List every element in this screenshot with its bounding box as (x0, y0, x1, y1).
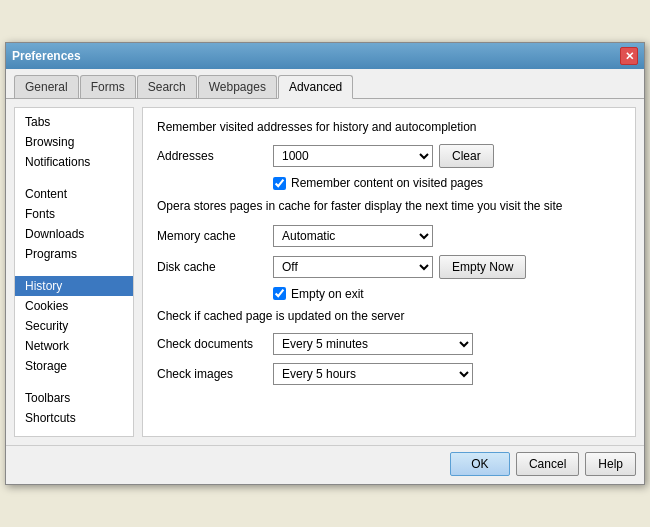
sidebar-divider-1 (15, 176, 133, 184)
sidebar-group-4: Toolbars Shortcuts (15, 388, 133, 428)
titlebar: Preferences ✕ (6, 43, 644, 69)
remember-content-checkbox[interactable] (273, 177, 286, 190)
tab-forms[interactable]: Forms (80, 75, 136, 98)
disk-cache-label: Disk cache (157, 260, 267, 274)
check-section-title: Check if cached page is updated on the s… (157, 309, 621, 323)
addresses-label: Addresses (157, 149, 267, 163)
sidebar-item-programs[interactable]: Programs (15, 244, 133, 264)
check-images-row: Check images Every 5 hours Every visit E… (157, 363, 621, 385)
sidebar-item-tabs[interactable]: Tabs (15, 112, 133, 132)
remember-content-label: Remember content on visited pages (291, 176, 483, 190)
sidebar-item-security[interactable]: Security (15, 316, 133, 336)
sidebar-item-fonts[interactable]: Fonts (15, 204, 133, 224)
sidebar-item-toolbars[interactable]: Toolbars (15, 388, 133, 408)
cancel-button[interactable]: Cancel (516, 452, 579, 476)
memory-cache-controls: Automatic Off Custom (273, 225, 621, 247)
ok-button[interactable]: OK (450, 452, 510, 476)
main-panel: Remember visited addresses for history a… (142, 107, 636, 437)
tab-bar: General Forms Search Webpages Advanced (6, 69, 644, 99)
sidebar-group-3: History Cookies Security Network Storage (15, 276, 133, 376)
check-documents-controls: Every 5 minutes Every visit Every hour N… (273, 333, 621, 355)
empty-on-exit-label: Empty on exit (291, 287, 364, 301)
sidebar-item-network[interactable]: Network (15, 336, 133, 356)
tab-general[interactable]: General (14, 75, 79, 98)
empty-on-exit-checkbox[interactable] (273, 287, 286, 300)
check-images-label: Check images (157, 367, 267, 381)
memory-cache-select[interactable]: Automatic Off Custom (273, 225, 433, 247)
addresses-controls: 1000 100 500 2000 5000 Clear (273, 144, 621, 168)
check-documents-select[interactable]: Every 5 minutes Every visit Every hour N… (273, 333, 473, 355)
sidebar-group-1: Tabs Browsing Notifications (15, 112, 133, 172)
clear-button[interactable]: Clear (439, 144, 494, 168)
content-area: Tabs Browsing Notifications Content Font… (6, 99, 644, 445)
memory-cache-label: Memory cache (157, 229, 267, 243)
preferences-window: Preferences ✕ General Forms Search Webpa… (5, 42, 645, 485)
sidebar-group-2: Content Fonts Downloads Programs (15, 184, 133, 264)
disk-cache-select[interactable]: Off Automatic Custom (273, 256, 433, 278)
sidebar-item-history[interactable]: History (15, 276, 133, 296)
sidebar-item-storage[interactable]: Storage (15, 356, 133, 376)
sidebar-divider-2 (15, 268, 133, 276)
sidebar: Tabs Browsing Notifications Content Font… (14, 107, 134, 437)
empty-on-exit-row: Empty on exit (273, 287, 621, 301)
bottom-bar: OK Cancel Help (6, 445, 644, 484)
tab-search[interactable]: Search (137, 75, 197, 98)
disk-cache-row: Disk cache Off Automatic Custom Empty No… (157, 255, 621, 279)
addresses-select[interactable]: 1000 100 500 2000 5000 (273, 145, 433, 167)
sidebar-item-shortcuts[interactable]: Shortcuts (15, 408, 133, 428)
check-documents-label: Check documents (157, 337, 267, 351)
history-section-title: Remember visited addresses for history a… (157, 120, 621, 134)
addresses-row: Addresses 1000 100 500 2000 5000 Clear (157, 144, 621, 168)
sidebar-item-downloads[interactable]: Downloads (15, 224, 133, 244)
sidebar-item-content[interactable]: Content (15, 184, 133, 204)
disk-cache-controls: Off Automatic Custom Empty Now (273, 255, 621, 279)
check-images-select[interactable]: Every 5 hours Every visit Every hour Nev… (273, 363, 473, 385)
sidebar-item-notifications[interactable]: Notifications (15, 152, 133, 172)
memory-cache-row: Memory cache Automatic Off Custom (157, 225, 621, 247)
cache-description: Opera stores pages in cache for faster d… (157, 198, 621, 215)
help-button[interactable]: Help (585, 452, 636, 476)
empty-now-button[interactable]: Empty Now (439, 255, 526, 279)
tab-webpages[interactable]: Webpages (198, 75, 277, 98)
check-documents-row: Check documents Every 5 minutes Every vi… (157, 333, 621, 355)
close-button[interactable]: ✕ (620, 47, 638, 65)
sidebar-item-cookies[interactable]: Cookies (15, 296, 133, 316)
check-images-controls: Every 5 hours Every visit Every hour Nev… (273, 363, 621, 385)
window-title: Preferences (12, 49, 81, 63)
sidebar-item-browsing[interactable]: Browsing (15, 132, 133, 152)
tab-advanced[interactable]: Advanced (278, 75, 353, 99)
remember-content-row: Remember content on visited pages (273, 176, 621, 190)
sidebar-divider-3 (15, 380, 133, 388)
